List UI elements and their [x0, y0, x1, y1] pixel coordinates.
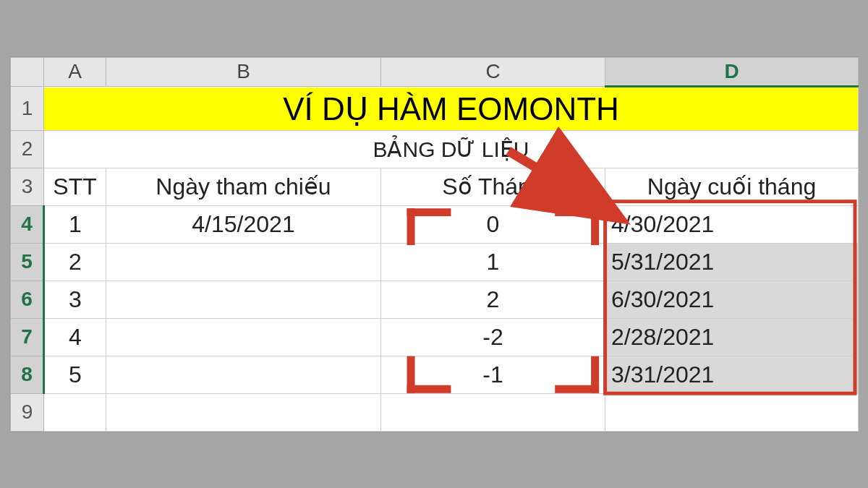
cell-C8[interactable]: -1 — [381, 356, 605, 393]
cell-B4[interactable]: 4/15/2021 — [106, 205, 381, 243]
row-2: 2 BẢNG DỮ LIỆU — [11, 130, 859, 168]
row-4: 4 1 4/15/2021 0 4/30/2021 — [11, 205, 859, 243]
cell-D5[interactable]: 5/31/2021 — [605, 243, 859, 281]
col-header-D[interactable]: D — [605, 57, 859, 86]
header-stt[interactable]: STT — [44, 168, 106, 205]
row-header-1[interactable]: 1 — [11, 86, 44, 130]
header-months[interactable]: Số Tháng — [381, 168, 605, 205]
row-header-9[interactable]: 9 — [11, 393, 44, 431]
subtitle-cell[interactable]: BẢNG DỮ LIỆU — [44, 130, 859, 168]
row-6: 6 3 2 6/30/2021 — [11, 281, 859, 318]
row-9: 9 — [11, 393, 859, 431]
cell-B6[interactable] — [106, 281, 381, 318]
select-all-corner[interactable] — [11, 57, 44, 86]
cell-B7[interactable] — [106, 318, 381, 356]
cell-A9[interactable] — [44, 393, 106, 431]
cell-C5[interactable]: 1 — [381, 243, 605, 281]
cell-D8[interactable]: 3/31/2021 — [605, 356, 859, 393]
cell-D9[interactable] — [605, 393, 859, 431]
cell-A5[interactable]: 2 — [44, 243, 106, 281]
row-7: 7 4 -2 2/28/2021 — [11, 318, 859, 356]
cell-C4[interactable]: 0 — [381, 205, 605, 243]
cell-B8[interactable] — [106, 356, 381, 393]
cell-C9[interactable] — [381, 393, 605, 431]
col-header-B[interactable]: B — [106, 57, 381, 86]
cell-B5[interactable] — [106, 243, 381, 281]
row-8: 8 5 -1 3/31/2021 — [11, 356, 859, 393]
col-header-A[interactable]: A — [44, 57, 106, 86]
spreadsheet: A B C D 1 VÍ DỤ HÀM EOMONTH 2 BẢNG DỮ LI… — [9, 56, 859, 432]
row-header-7[interactable]: 7 — [11, 318, 44, 356]
cell-A7[interactable]: 4 — [44, 318, 106, 356]
row-header-5[interactable]: 5 — [11, 243, 44, 281]
cell-B9[interactable] — [106, 393, 381, 431]
title-cell[interactable]: VÍ DỤ HÀM EOMONTH — [44, 86, 859, 130]
cell-D7[interactable]: 2/28/2021 — [605, 318, 859, 356]
column-header-row: A B C D — [11, 57, 859, 86]
row-header-8[interactable]: 8 — [11, 356, 44, 393]
grid[interactable]: A B C D 1 VÍ DỤ HÀM EOMONTH 2 BẢNG DỮ LI… — [10, 57, 859, 432]
row-1: 1 VÍ DỤ HÀM EOMONTH — [11, 86, 859, 130]
header-eom[interactable]: Ngày cuối tháng — [605, 168, 859, 205]
cell-D4[interactable]: 4/30/2021 — [605, 205, 859, 243]
row-header-2[interactable]: 2 — [11, 130, 44, 168]
row-3: 3 STT Ngày tham chiếu Số Tháng Ngày cuối… — [11, 168, 859, 205]
cell-C6[interactable]: 2 — [381, 281, 605, 318]
row-5: 5 2 1 5/31/2021 — [11, 243, 859, 281]
cell-D6[interactable]: 6/30/2021 — [605, 281, 859, 318]
cell-A4[interactable]: 1 — [44, 205, 106, 243]
cell-C7[interactable]: -2 — [381, 318, 605, 356]
cell-A8[interactable]: 5 — [44, 356, 106, 393]
row-header-3[interactable]: 3 — [11, 168, 44, 205]
col-header-C[interactable]: C — [381, 57, 605, 86]
header-ref[interactable]: Ngày tham chiếu — [106, 168, 381, 205]
row-header-6[interactable]: 6 — [11, 281, 44, 318]
row-header-4[interactable]: 4 — [11, 205, 44, 243]
cell-A6[interactable]: 3 — [44, 281, 106, 318]
